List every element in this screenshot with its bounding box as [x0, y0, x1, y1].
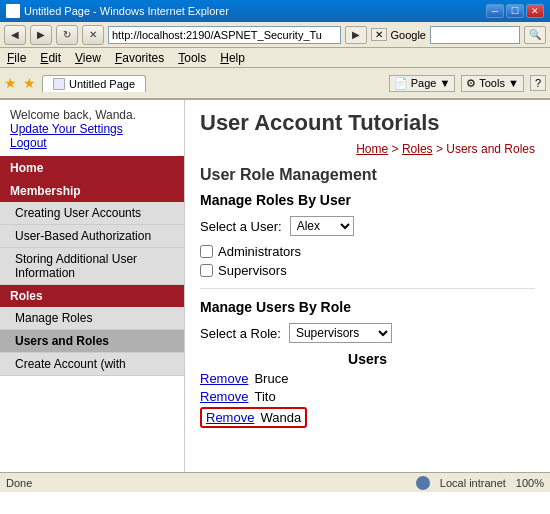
menu-edit[interactable]: Edit	[37, 51, 64, 65]
main-content: User Account Tutorials Home > Roles > Us…	[185, 100, 550, 472]
menu-help[interactable]: Help	[217, 51, 248, 65]
status-right: Local intranet 100%	[416, 476, 544, 490]
user-row-bruce: Remove Bruce	[200, 371, 535, 386]
breadcrumb-home[interactable]: Home	[356, 142, 388, 156]
back-button[interactable]: ◀	[4, 25, 26, 45]
manage-by-role-title: Manage Users By Role	[200, 299, 535, 315]
toolbar: ★ ★ Untitled Page 📄 Page ▼ ⚙ Tools ▼ ?	[0, 68, 550, 100]
main-title: User Role Management	[200, 166, 535, 184]
zone-icon	[416, 476, 430, 490]
welcome-text: Welcome back, Wanda.	[10, 108, 136, 122]
x-button[interactable]: ✕	[371, 28, 387, 41]
checkbox-administrators-row: Administrators	[200, 244, 535, 259]
divider	[200, 288, 535, 289]
maximize-button[interactable]: ☐	[506, 4, 524, 18]
remove-tito-link[interactable]: Remove	[200, 389, 248, 404]
user-name-bruce: Bruce	[254, 371, 288, 386]
user-row-wanda: Remove Wanda	[200, 407, 535, 428]
tab-label: Untitled Page	[69, 78, 135, 90]
breadcrumb-roles[interactable]: Roles	[402, 142, 433, 156]
breadcrumb-sep2: >	[433, 142, 447, 156]
browser-tab[interactable]: Untitled Page	[42, 75, 146, 92]
menu-tools[interactable]: Tools	[175, 51, 209, 65]
tab-favicon	[53, 78, 65, 90]
remove-wanda-link[interactable]: Remove	[206, 410, 254, 425]
window-title: Untitled Page - Windows Internet Explore…	[24, 5, 229, 17]
checkbox-administrators[interactable]	[200, 245, 213, 258]
favorites-star-icon: ★	[4, 75, 17, 91]
stop-button[interactable]: ✕	[82, 25, 104, 45]
menu-bar: File Edit View Favorites Tools Help	[0, 48, 550, 68]
address-input[interactable]	[108, 26, 341, 44]
title-bar: Untitled Page - Windows Internet Explore…	[0, 0, 550, 22]
forward-button[interactable]: ▶	[30, 25, 52, 45]
user-select[interactable]: Alex Bruce Tito Wanda	[290, 216, 354, 236]
sidebar-membership-header: Membership	[0, 180, 184, 202]
manage-by-user-title: Manage Roles By User	[200, 192, 535, 208]
sidebar-welcome-area: Welcome back, Wanda. Update Your Setting…	[0, 100, 184, 156]
search-label: Google	[391, 29, 426, 41]
menu-file[interactable]: File	[4, 51, 29, 65]
close-button[interactable]: ✕	[526, 4, 544, 18]
tools-menu-icon[interactable]: ⚙ Tools ▼	[461, 75, 523, 92]
remove-bruce-link[interactable]: Remove	[200, 371, 248, 386]
sidebar-item-create-account[interactable]: Create Account (with	[0, 353, 184, 376]
select-user-label: Select a User:	[200, 219, 282, 234]
administrators-label: Administrators	[218, 244, 301, 259]
checkbox-supervisors-row: Supervisors	[200, 263, 535, 278]
select-role-label: Select a Role:	[200, 326, 281, 341]
window-controls: ─ ☐ ✕	[486, 4, 544, 18]
user-name-wanda: Wanda	[260, 410, 301, 425]
supervisors-label: Supervisors	[218, 263, 287, 278]
logout-link[interactable]: Logout	[10, 136, 174, 150]
menu-favorites[interactable]: Favorites	[112, 51, 167, 65]
sidebar: Welcome back, Wanda. Update Your Setting…	[0, 100, 185, 472]
refresh-button[interactable]: ↻	[56, 25, 78, 45]
checkbox-supervisors[interactable]	[200, 264, 213, 277]
zone-label: Local intranet	[440, 477, 506, 489]
users-label: Users	[200, 351, 535, 367]
menu-view[interactable]: View	[72, 51, 104, 65]
users-section: Users Remove Bruce Remove Tito Remove Wa…	[200, 351, 535, 428]
help-icon[interactable]: ?	[530, 75, 546, 91]
search-input[interactable]	[430, 26, 520, 44]
zoom-level: 100%	[516, 477, 544, 489]
favorites-icon2: ★	[23, 75, 36, 91]
highlighted-wanda-row: Remove Wanda	[200, 407, 307, 428]
user-row-tito: Remove Tito	[200, 389, 535, 404]
status-bar: Done Local intranet 100%	[0, 472, 550, 492]
browser-icon	[6, 4, 20, 18]
search-button[interactable]: 🔍	[524, 26, 546, 44]
breadcrumb-sep1: >	[388, 142, 402, 156]
breadcrumb-current: Users and Roles	[446, 142, 535, 156]
sidebar-item-creating-user-accounts[interactable]: Creating User Accounts	[0, 202, 184, 225]
breadcrumb: Home > Roles > Users and Roles	[200, 142, 535, 156]
address-bar: ◀ ▶ ↻ ✕ ▶ ✕ Google 🔍	[0, 22, 550, 48]
page-menu-icon[interactable]: 📄 Page ▼	[389, 75, 456, 92]
sidebar-item-users-and-roles[interactable]: Users and Roles	[0, 330, 184, 353]
page-wrapper: Welcome back, Wanda. Update Your Setting…	[0, 100, 550, 472]
select-role-row: Select a Role: Administrators Supervisor…	[200, 323, 535, 343]
sidebar-item-storing-additional[interactable]: Storing Additional User Information	[0, 248, 184, 285]
select-user-row: Select a User: Alex Bruce Tito Wanda	[200, 216, 535, 236]
update-settings-link[interactable]: Update Your Settings	[10, 122, 174, 136]
user-name-tito: Tito	[254, 389, 275, 404]
sidebar-item-user-based-authorization[interactable]: User-Based Authorization	[0, 225, 184, 248]
status-text: Done	[6, 477, 32, 489]
sidebar-home[interactable]: Home	[0, 156, 184, 180]
role-select[interactable]: Administrators Supervisors	[289, 323, 392, 343]
sidebar-item-manage-roles[interactable]: Manage Roles	[0, 307, 184, 330]
go-button[interactable]: ▶	[345, 26, 367, 44]
page-heading: User Account Tutorials	[200, 110, 535, 136]
sidebar-roles-header: Roles	[0, 285, 184, 307]
minimize-button[interactable]: ─	[486, 4, 504, 18]
